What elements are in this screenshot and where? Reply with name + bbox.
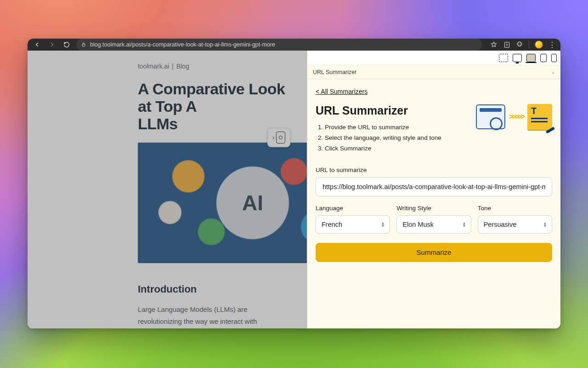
chevron-right-icon: › — [272, 134, 275, 141]
step-item: Provide the URL to summarize — [325, 122, 468, 132]
back-to-summarizers-link[interactable]: < All Summarizers — [316, 88, 368, 95]
url-input[interactable] — [316, 177, 552, 196]
address-bar-url: blog.toolmark.ai/posts/a-comparative-loo… — [90, 41, 275, 48]
reload-button[interactable] — [62, 40, 72, 50]
fullscreen-icon[interactable] — [499, 54, 508, 62]
browser-content: toolmark.ai | Blog A Comparative Look at… — [28, 51, 560, 328]
forward-button[interactable] — [47, 40, 57, 50]
svg-rect-0 — [82, 44, 85, 46]
instruction-steps: Provide the URL to summarize Select the … — [317, 122, 468, 154]
text-document-icon — [527, 104, 552, 130]
site-settings-icon — [81, 42, 86, 47]
tone-label: Tone — [478, 205, 552, 212]
address-bar[interactable]: blog.toolmark.ai/posts/a-comparative-loo… — [76, 39, 482, 51]
hero-image — [138, 143, 307, 263]
device-toolbar — [307, 51, 560, 65]
extensions-icon[interactable] — [516, 41, 523, 48]
back-button[interactable] — [32, 40, 42, 50]
language-label: Language — [316, 205, 390, 212]
desktop-wallpaper: blog.toolmark.ai/posts/a-comparative-loo… — [0, 0, 588, 368]
page-title: A Comparative Look at Top A LLMs — [138, 80, 288, 132]
section-heading: Introduction — [138, 283, 288, 295]
breadcrumb-site[interactable]: toolmark.ai — [138, 63, 169, 70]
arrow-chevrons-icon: >>>>> — [509, 113, 524, 121]
style-value: Elon Musk — [402, 221, 434, 228]
kebab-menu-icon[interactable]: ⋮ — [548, 41, 556, 48]
panel-title: URL Summarizer — [316, 104, 468, 117]
browser-toolbar: blog.toolmark.ai/posts/a-comparative-loo… — [28, 39, 560, 51]
step-item: Select the language, writing style and t… — [325, 132, 468, 143]
extension-panel: URL Summarizer ⌄ < All Summarizers URL S… — [307, 51, 560, 328]
illustration: >>>>> — [476, 104, 552, 130]
select-caret-icon: ▴▾ — [463, 222, 465, 227]
web-page: toolmark.ai | Blog A Comparative Look at… — [28, 51, 307, 328]
url-field-label: URL to summarize — [316, 167, 552, 173]
webpage-link-icon — [476, 104, 505, 129]
phone-device-icon[interactable] — [551, 54, 557, 62]
style-label: Writing Style — [396, 205, 471, 212]
tone-value: Persuasive — [484, 221, 517, 228]
style-select[interactable]: Elon Musk ▴▾ — [396, 215, 471, 234]
language-select[interactable]: French ▴▾ — [316, 215, 390, 234]
step-item: Click Summarize — [325, 143, 468, 154]
summarizer-selector-label: URL Summarizer — [313, 69, 356, 75]
profile-avatar[interactable] — [535, 40, 543, 49]
browser-window: blog.toolmark.ai/posts/a-comparative-loo… — [28, 39, 560, 328]
toolbar-right: ⋮ — [490, 40, 556, 49]
desktop-device-icon[interactable] — [513, 54, 522, 62]
sidepanel-toggle[interactable]: › — [267, 128, 290, 147]
bookmark-star-icon[interactable] — [490, 41, 498, 48]
install-app-icon[interactable] — [503, 41, 510, 48]
panel-icon — [276, 132, 285, 144]
laptop-device-icon[interactable] — [526, 54, 536, 62]
chevron-down-icon: ⌄ — [551, 69, 555, 75]
summarize-button[interactable]: Summarize — [316, 243, 552, 261]
language-value: French — [322, 221, 342, 228]
toolbar-divider — [529, 41, 529, 48]
breadcrumb: toolmark.ai | Blog — [138, 63, 288, 70]
select-caret-icon: ▴▾ — [382, 222, 384, 227]
select-caret-icon: ▴▾ — [544, 222, 546, 227]
tablet-device-icon[interactable] — [540, 54, 547, 62]
breadcrumb-section[interactable]: Blog — [176, 63, 189, 70]
intro-paragraph: Large Language Models (LLMs) are revolut… — [138, 304, 288, 328]
summarizer-selector[interactable]: URL Summarizer ⌄ — [307, 65, 560, 79]
tone-select[interactable]: Persuasive ▴▾ — [478, 215, 552, 234]
